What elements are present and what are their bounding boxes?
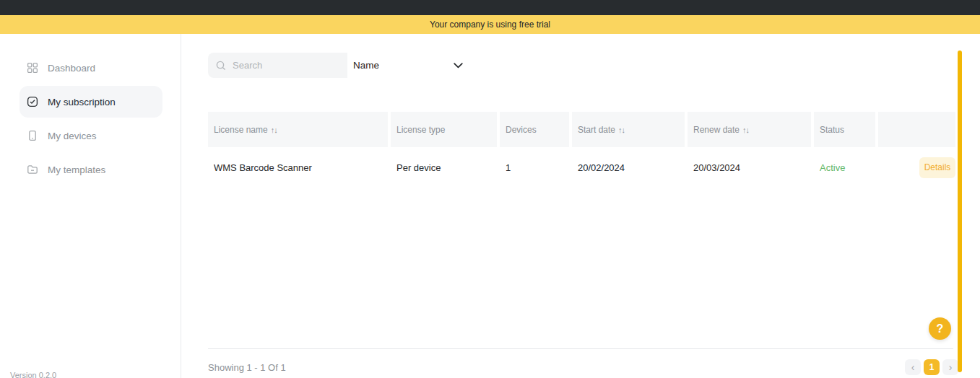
filter-dropdown[interactable]: Name bbox=[347, 53, 470, 78]
sort-desc-icon: ↓ bbox=[622, 126, 625, 134]
help-button[interactable]: ? bbox=[929, 317, 951, 340]
details-button[interactable]: Details bbox=[919, 157, 955, 178]
table-row: WMS Barcode Scanner Per device 1 20/02/2… bbox=[208, 147, 955, 188]
device-icon bbox=[27, 130, 38, 141]
cell-license-name: WMS Barcode Scanner bbox=[208, 147, 388, 188]
sidebar-item-my-templates[interactable]: My templates bbox=[19, 154, 162, 185]
chevron-right-icon: › bbox=[949, 362, 953, 372]
column-header-renew-date[interactable]: Renew date ↑↓ bbox=[688, 112, 811, 147]
check-square-icon bbox=[27, 96, 38, 107]
pagination-page-1-button[interactable]: 1 bbox=[924, 359, 940, 375]
column-header-license-type[interactable]: License type bbox=[391, 112, 497, 147]
sort-desc-icon: ↓ bbox=[274, 126, 277, 134]
vertical-scrollbar-thumb[interactable] bbox=[958, 50, 962, 372]
app-version: Version 0.2.0 bbox=[10, 371, 56, 378]
cell-devices: 1 bbox=[500, 147, 569, 188]
pagination-summary: Showing 1 - 1 Of 1 bbox=[208, 362, 286, 373]
table-header-row: License name ↑↓ License type Devices Sta… bbox=[208, 112, 955, 147]
pagination-next-button[interactable]: › bbox=[942, 359, 958, 375]
sort-desc-icon: ↓ bbox=[746, 126, 750, 134]
filter-dropdown-value: Name bbox=[353, 60, 379, 71]
cell-start-date: 20/02/2024 bbox=[572, 147, 685, 188]
cell-license-type: Per device bbox=[391, 147, 497, 188]
column-header-actions bbox=[878, 112, 955, 147]
footer-divider bbox=[208, 348, 953, 349]
column-header-devices[interactable]: Devices bbox=[500, 112, 569, 147]
column-header-status[interactable]: Status bbox=[814, 112, 875, 147]
app-window: Your company is using free trial Dashboa… bbox=[0, 0, 980, 378]
status-badge: Active bbox=[814, 147, 875, 188]
top-bar bbox=[0, 0, 980, 15]
cell-renew-date: 20/03/2024 bbox=[688, 147, 811, 188]
column-header-license-name[interactable]: License name ↑↓ bbox=[208, 112, 388, 147]
sidebar-item-label: My devices bbox=[48, 131, 97, 141]
trial-banner-text: Your company is using free trial bbox=[430, 19, 550, 30]
chevron-left-icon: ‹ bbox=[911, 362, 915, 372]
status-text: Active bbox=[820, 162, 845, 173]
sidebar-item-label: My subscription bbox=[48, 97, 116, 107]
search-box bbox=[208, 53, 347, 78]
sidebar-item-label: Dashboard bbox=[48, 63, 95, 74]
search-input[interactable] bbox=[233, 60, 334, 71]
column-header-start-date[interactable]: Start date ↑↓ bbox=[572, 112, 685, 147]
chevron-down-icon bbox=[454, 63, 463, 69]
grid-icon bbox=[27, 62, 38, 74]
trial-banner: Your company is using free trial bbox=[0, 15, 980, 34]
sidebar-item-label: My templates bbox=[48, 164, 105, 175]
pagination-prev-button[interactable]: ‹ bbox=[905, 359, 921, 375]
folder-minus-icon bbox=[27, 164, 38, 175]
sidebar-item-dashboard[interactable]: Dashboard bbox=[19, 52, 162, 84]
pagination: ‹ 1 › bbox=[905, 359, 958, 375]
sidebar-item-my-subscription[interactable]: My subscription bbox=[19, 86, 162, 118]
search-icon bbox=[215, 60, 227, 71]
question-mark-icon: ? bbox=[937, 322, 944, 335]
sidebar-item-my-devices[interactable]: My devices bbox=[19, 120, 162, 151]
sidebar: Dashboard My subscription My devices bbox=[0, 34, 181, 378]
cell-actions: Details bbox=[878, 147, 955, 188]
